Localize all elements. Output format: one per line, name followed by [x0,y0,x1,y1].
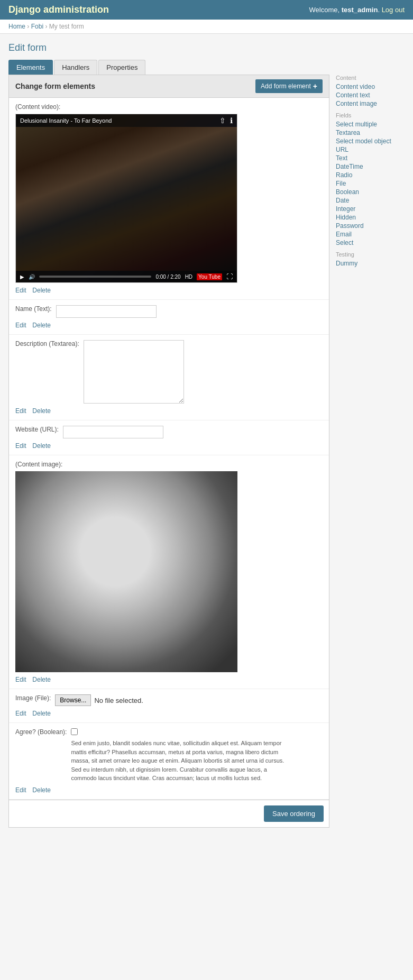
element-row-url: Website (URL): Edit Delete [9,420,329,455]
no-file-label: No file selected. [94,697,143,704]
sidebar-section-testing: Testing Dummy [336,251,405,268]
sidebar-section-fields: Fields Select multiple Textarea Select m… [336,112,405,247]
tab-elements[interactable]: Elements [8,60,53,75]
save-ordering-button[interactable]: Save ordering [264,805,324,822]
section-title: Change form elements [15,82,95,90]
video-controls: ▶ 🔊 0:00 / 2:20 HD You Tube ⛶ [16,271,237,282]
breadcrumb: Home › Fobi › My test form [0,20,413,34]
progress-bar[interactable] [39,276,151,278]
url-element-container: Website (URL): [15,426,323,438]
element-row-textarea: Description (Textarea): Edit Delete [9,335,329,420]
welcome-text: Welcome, [309,6,340,14]
url-delete-link[interactable]: Delete [32,442,51,450]
textarea-edit-link[interactable]: Edit [15,407,26,415]
video-edit-link[interactable]: Edit [15,287,26,294]
element-label-textarea: Description (Textarea): [15,340,79,347]
file-element-actions: Edit Delete [15,709,323,717]
sidebar-item-content-image[interactable]: Content image [336,99,405,108]
fullscreen-icon[interactable]: ⛶ [226,273,233,280]
url-edit-link[interactable]: Edit [15,442,26,450]
content-image-delete-link[interactable]: Delete [32,676,51,683]
page-content: Edit form Elements Handlers Properties C… [0,34,413,836]
video-title: Delusional Insanity - To Far Beyond [20,117,112,124]
site-title: Django administration [8,4,109,15]
sidebar-item-textarea[interactable]: Textarea [336,129,405,137]
sidebar-item-date[interactable]: Date [336,196,405,205]
element-row-content-video: (Content video): Delusional Insanity - T… [9,98,329,300]
sidebar-item-select-multiple[interactable]: Select multiple [336,120,405,129]
sidebar-item-select[interactable]: Select [336,239,405,247]
boolean-edit-link[interactable]: Edit [15,786,26,794]
breadcrumb-home[interactable]: Home [8,23,25,30]
sidebar-item-email[interactable]: Email [336,230,405,239]
text-element-container: Name (Text): [15,305,323,318]
main-panel: Change form elements Add form element (C… [8,75,405,828]
textarea-element-container: Description (Textarea): [15,340,323,404]
element-label-text: Name (Text): [15,305,52,313]
content-image-edit-link[interactable]: Edit [15,676,26,683]
tab-properties[interactable]: Properties [98,60,145,75]
volume-icon[interactable]: 🔊 [29,274,35,280]
header: Django administration Welcome, test_admi… [0,0,413,20]
add-form-element-button[interactable]: Add form element [255,79,323,93]
boolean-delete-link[interactable]: Delete [32,786,51,794]
video-title-bar: Delusional Insanity - To Far Beyond ⇧ ℹ [16,114,237,127]
element-label-boolean: Agree? (Boolean): [15,728,67,736]
breadcrumb-fobi[interactable]: Fobi [31,23,43,30]
file-input-area: Browse... No file selected. [55,694,143,706]
sidebar-item-hidden[interactable]: Hidden [336,213,405,222]
sidebar-item-dummy[interactable]: Dummy [336,259,405,268]
tab-handlers[interactable]: Handlers [54,60,97,75]
textarea-delete-link[interactable]: Delete [32,407,51,415]
sidebar-item-datetime[interactable]: DateTime [336,162,405,171]
sidebar-section-content: Content Content video Content text Conte… [336,75,405,108]
info-icon: ℹ [230,116,233,125]
user-info: Welcome, test_admin. Log out [309,6,405,14]
name-text-input[interactable] [56,305,157,318]
boolean-input-area: Sed enim justo, blandit sodales nunc vit… [71,728,293,783]
youtube-logo: You Tube [197,273,222,280]
agree-checkbox[interactable] [71,728,78,735]
element-row-content-image: (Content image): Edit Delete [9,455,329,689]
video-scene [16,127,237,271]
content-image-element-actions: Edit Delete [15,675,323,683]
sidebar-item-integer[interactable]: Integer [336,205,405,213]
element-row-boolean: Agree? (Boolean): Sed enim justo, blandi… [9,723,329,800]
sidebar-item-file[interactable]: File [336,179,405,188]
portrait-image [15,471,237,672]
share-icon: ⇧ [219,116,226,125]
element-label-content-image: (Content image): [15,461,323,468]
breadcrumb-current: My test form [49,23,84,30]
sidebar-item-radio[interactable]: Radio [336,171,405,179]
file-edit-link[interactable]: Edit [15,710,26,717]
sidebar-item-text[interactable]: Text [336,154,405,162]
sidebar-item-content-video[interactable]: Content video [336,83,405,91]
video-main-area [16,127,237,271]
sidebar-item-select-model-object[interactable]: Select model object [336,137,405,145]
sidebar-item-password[interactable]: Password [336,222,405,230]
tabs: Elements Handlers Properties [8,60,405,75]
sidebar: Content Content video Content text Conte… [336,75,405,828]
play-pause-icon[interactable]: ▶ [20,274,24,280]
sidebar-item-boolean[interactable]: Boolean [336,188,405,196]
website-url-input[interactable] [63,426,163,438]
element-label-file: Image (File): [15,694,51,702]
element-label-url: Website (URL): [15,426,59,433]
text-element-actions: Edit Delete [15,321,323,329]
browse-button[interactable]: Browse... [55,694,91,706]
username: test_admin [342,6,378,14]
text-delete-link[interactable]: Delete [32,322,51,329]
sidebar-item-content-text[interactable]: Content text [336,91,405,99]
video-player[interactable]: Delusional Insanity - To Far Beyond ⇧ ℹ [15,114,237,283]
video-time: 0:00 / 2:20 [155,274,180,280]
logout-link[interactable]: Log out [382,6,405,14]
element-row-file: Image (File): Browse... No file selected… [9,689,329,723]
page-title: Edit form [8,42,405,53]
sidebar-item-url[interactable]: URL [336,145,405,154]
video-delete-link[interactable]: Delete [32,287,51,294]
description-textarea-input[interactable] [84,340,184,404]
textarea-element-actions: Edit Delete [15,407,323,415]
text-edit-link[interactable]: Edit [15,322,26,329]
element-row-text: Name (Text): Edit Delete [9,300,329,335]
file-delete-link[interactable]: Delete [32,710,51,717]
